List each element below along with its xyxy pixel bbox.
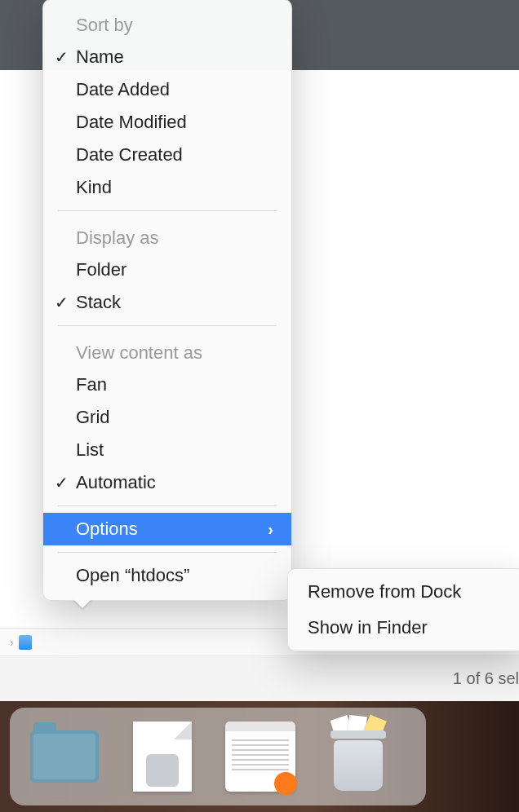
menu-item-label: Date Modified: [76, 112, 187, 133]
menu-item-label: Grid: [76, 407, 110, 428]
menu-item-view-list[interactable]: List: [43, 434, 291, 466]
menu-item-label: Open “htdocs”: [76, 565, 189, 586]
checkmark-icon: ✓: [55, 47, 69, 67]
menu-item-options[interactable]: Options ›: [43, 513, 291, 545]
menu-separator: [58, 552, 277, 553]
menu-item-sort-date-modified[interactable]: Date Modified: [43, 106, 291, 139]
menu-item-display-stack[interactable]: ✓ Stack: [43, 286, 291, 319]
menu-section-view-as: View content as: [43, 333, 291, 368]
status-bar: 1 of 6 sel: [0, 655, 519, 701]
trash-full-icon: [328, 722, 388, 791]
chevron-right-icon: ›: [268, 520, 273, 539]
dock[interactable]: [10, 708, 426, 805]
desktop-background: [0, 701, 519, 812]
submenu-item-show-in-finder[interactable]: Show in Finder: [288, 610, 519, 646]
menu-item-label: Kind: [76, 177, 112, 198]
menu-item-sort-date-created[interactable]: Date Created: [43, 139, 291, 171]
menu-item-label: Remove from Dock: [308, 581, 461, 602]
iphone-icon: [19, 635, 32, 650]
menu-item-sort-date-added[interactable]: Date Added: [43, 73, 291, 106]
menu-item-view-grid[interactable]: Grid: [43, 401, 291, 434]
menu-item-open-folder[interactable]: Open “htdocs”: [43, 559, 291, 592]
checkmark-icon: ✓: [55, 293, 69, 312]
menu-item-label: Date Added: [76, 79, 170, 100]
menu-separator: [58, 210, 277, 211]
menu-item-label: Date Created: [76, 144, 183, 165]
menu-item-display-folder[interactable]: Folder: [43, 254, 291, 286]
submenu-item-remove-from-dock[interactable]: Remove from Dock: [288, 574, 519, 610]
menu-item-sort-name[interactable]: ✓ Name: [43, 41, 291, 73]
menu-item-label: Name: [76, 46, 124, 68]
menu-item-view-fan[interactable]: Fan: [43, 368, 291, 401]
menu-item-label: Show in Finder: [308, 617, 428, 638]
menu-pointer-arrow-icon: [73, 598, 92, 608]
options-submenu[interactable]: Remove from Dock Show in Finder: [287, 568, 519, 651]
path-chevron-icon: ›: [5, 636, 19, 649]
dock-item-harddrive-doc[interactable]: [127, 722, 197, 792]
menu-item-label: Options: [76, 519, 138, 540]
menu-item-label: Folder: [76, 259, 126, 280]
checkmark-icon: ✓: [55, 473, 69, 492]
menu-section-sort-by: Sort by: [43, 5, 291, 41]
document-launch-icon: [225, 722, 295, 792]
menu-section-display-as: Display as: [43, 218, 291, 254]
menu-item-label: Fan: [76, 374, 107, 395]
selection-count-label: 1 of 6 sel: [453, 669, 519, 688]
dock-item-trash[interactable]: [323, 722, 393, 792]
menu-item-label: Stack: [76, 292, 121, 313]
menu-separator: [58, 505, 277, 506]
menu-item-label: List: [76, 439, 104, 461]
menu-item-sort-kind[interactable]: Kind: [43, 171, 291, 204]
menu-item-view-automatic[interactable]: ✓ Automatic: [43, 466, 291, 499]
dock-context-menu[interactable]: Sort by ✓ Name Date Added Date Modified …: [42, 0, 292, 601]
menu-item-label: Automatic: [76, 472, 156, 493]
menu-separator: [58, 325, 277, 326]
dock-item-launch-doc[interactable]: [225, 722, 295, 792]
document-harddrive-icon: [133, 722, 192, 792]
folder-icon: [30, 730, 99, 783]
dock-item-folder[interactable]: [29, 722, 100, 792]
